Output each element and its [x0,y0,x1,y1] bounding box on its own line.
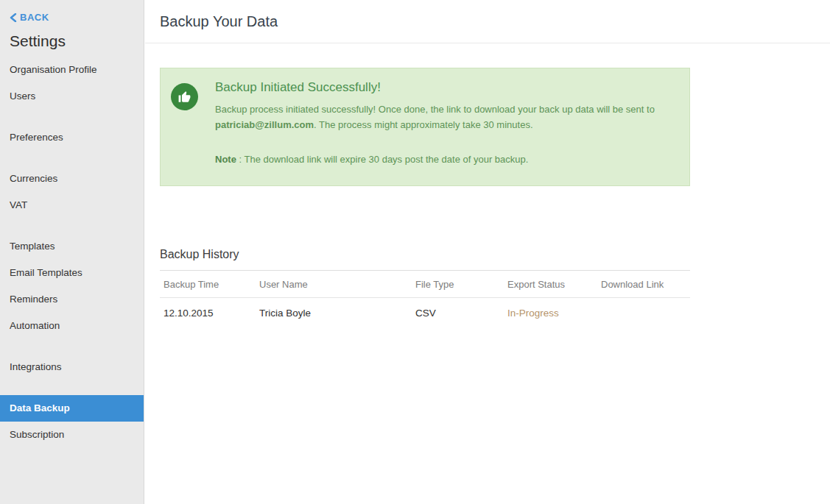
sidebar-item-templates[interactable]: Templates [0,233,144,260]
alert-note-label: Note [215,154,236,165]
back-button[interactable]: BACK [10,12,144,23]
main-content: Backup Your Data Backup Initiated Succes… [145,0,830,504]
alert-note-text: : The download link will expire 30 days … [236,154,529,165]
alert-message: Backup process initiated successfully! O… [215,102,672,132]
alert-note: Note : The download link will expire 30 … [215,154,672,165]
settings-nav: Organisation Profile Users Preferences C… [0,57,144,448]
alert-message-after-email: . The process might approximately take 3… [314,119,532,130]
thumbs-up-icon [171,83,198,110]
column-header-download-link: Download Link [601,279,690,290]
settings-sidebar: BACK Settings Organisation Profile Users… [0,0,144,504]
page-title: Backup Your Data [145,0,830,43]
column-header-export-status: Export Status [507,279,601,290]
sidebar-item-reminders[interactable]: Reminders [0,286,144,313]
sidebar-item-subscription[interactable]: Subscription [0,422,144,448]
backup-success-alert: Backup Initiated Successfully! Backup pr… [160,68,690,186]
cell-file-type: CSV [415,308,507,319]
alert-message-before-email: Backup process initiated successfully! O… [215,104,655,115]
cell-backup-time: 12.10.2015 [163,308,259,319]
cell-user-name: Tricia Boyle [259,308,415,319]
alert-title: Backup Initiated Successfully! [215,80,672,95]
chevron-left-icon [10,13,20,22]
column-header-user-name: User Name [259,279,415,290]
cell-export-status: In-Progress [507,308,601,319]
sidebar-item-vat[interactable]: VAT [0,192,144,219]
backup-history-title: Backup History [160,248,830,261]
sidebar-item-organisation-profile[interactable]: Organisation Profile [0,57,144,83]
sidebar-item-currencies[interactable]: Currencies [0,166,144,192]
back-label: BACK [20,12,49,23]
sidebar-item-email-templates[interactable]: Email Templates [0,260,144,286]
alert-email: patriciab@zillum.com [215,119,314,130]
table-row: 12.10.2015 Tricia Boyle CSV In-Progress [160,298,690,328]
table-header-row: Backup Time User Name File Type Export S… [160,270,690,298]
sidebar-item-users[interactable]: Users [0,83,144,110]
column-header-file-type: File Type [415,279,507,290]
sidebar-item-data-backup[interactable]: Data Backup [0,395,144,422]
column-header-backup-time: Backup Time [163,279,259,290]
sidebar-item-automation[interactable]: Automation [0,313,144,339]
sidebar-item-preferences[interactable]: Preferences [0,124,144,151]
sidebar-title: Settings [10,32,144,50]
sidebar-item-integrations[interactable]: Integrations [0,354,144,380]
backup-history-table: Backup Time User Name File Type Export S… [160,270,690,328]
